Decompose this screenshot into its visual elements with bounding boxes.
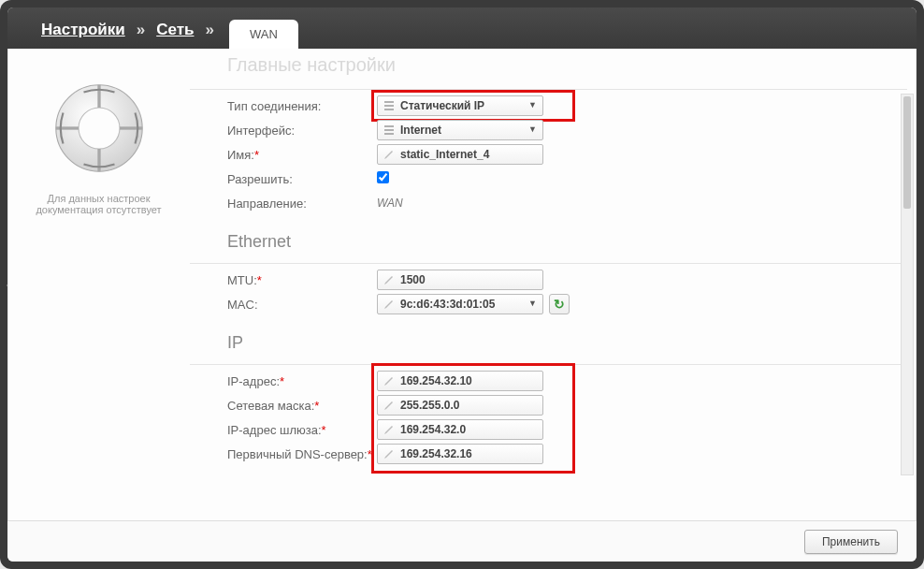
label-dns1: Первичный DNS-сервер:*: [190, 447, 377, 461]
pencil-icon: [383, 448, 395, 460]
section-ethernet-title: Ethernet: [190, 215, 907, 259]
select-conn-type-value: Статический IP: [400, 99, 484, 112]
pencil-icon: [383, 149, 395, 160]
refresh-mac-button[interactable]: ↻: [549, 294, 570, 314]
breadcrumb-settings[interactable]: Настройки: [34, 11, 133, 49]
refresh-icon: ↻: [554, 297, 565, 312]
input-gateway[interactable]: 169.254.32.0: [377, 419, 543, 440]
breadcrumb-sep: »: [137, 11, 145, 49]
breadcrumb-network[interactable]: Сеть: [149, 11, 201, 49]
help-text: Для данных настроек документация отсутст…: [17, 193, 180, 215]
input-mtu-value: 1500: [400, 273, 426, 286]
pencil-icon: [383, 375, 395, 387]
pencil-icon: [383, 299, 395, 310]
label-interface: Интерфейс:: [190, 124, 377, 138]
label-mtu: MTU:*: [190, 273, 377, 287]
label-netmask: Сетевая маска:*: [190, 399, 377, 413]
input-name[interactable]: static_Internet_4: [377, 144, 543, 165]
label-conn-type: Тип соединения:: [190, 99, 377, 113]
section-main-title: Главные настройки: [190, 49, 907, 85]
tab-wan[interactable]: WAN: [229, 20, 298, 49]
input-dns1-value: 169.254.32.16: [400, 447, 472, 460]
select-mac-value: 9c:d6:43:3d:01:05: [400, 298, 495, 311]
input-ip-addr[interactable]: 169.254.32.10: [377, 371, 543, 391]
label-direction: Направление:: [190, 197, 377, 211]
svg-point-1: [79, 108, 120, 149]
list-icon: [383, 100, 395, 111]
list-icon: [383, 124, 395, 136]
label-allow: Разрешить:: [190, 172, 377, 186]
footer-bar: Применить: [7, 520, 917, 562]
label-name: Имя:*: [190, 148, 377, 162]
breadcrumb-sep: »: [205, 11, 213, 49]
input-mtu[interactable]: 1500: [377, 270, 543, 290]
apply-button[interactable]: Применить: [804, 530, 898, 554]
input-netmask-value: 255.255.0.0: [400, 399, 459, 412]
scrollbar[interactable]: [901, 94, 914, 475]
input-gateway-value: 169.254.32.0: [400, 423, 466, 436]
breadcrumb-bar: Настройки » Сеть » WAN: [7, 7, 917, 49]
input-dns1[interactable]: 169.254.32.16: [377, 444, 543, 464]
section-ip-title: IP: [190, 316, 907, 360]
label-mac: MAC:: [190, 298, 377, 312]
input-ip-addr-value: 169.254.32.10: [400, 374, 472, 387]
pencil-icon: [383, 400, 395, 411]
select-conn-type[interactable]: Статический IP: [377, 95, 543, 116]
label-gateway: IP-адрес шлюза:*: [190, 423, 377, 437]
select-interface[interactable]: Internet: [377, 120, 543, 140]
lifebuoy-icon: [48, 77, 151, 180]
value-direction: WAN: [377, 197, 403, 210]
pencil-icon: [383, 274, 395, 285]
select-interface-value: Internet: [400, 124, 441, 137]
help-sidebar: Для данных настроек документация отсутст…: [7, 49, 190, 520]
label-ip-addr: IP-адрес:*: [190, 374, 377, 388]
input-netmask[interactable]: 255.255.0.0: [377, 395, 543, 416]
input-name-value: static_Internet_4: [400, 148, 489, 161]
select-mac[interactable]: 9c:d6:43:3d:01:05: [377, 294, 543, 314]
checkbox-allow[interactable]: [377, 171, 389, 183]
pencil-icon: [383, 424, 395, 435]
